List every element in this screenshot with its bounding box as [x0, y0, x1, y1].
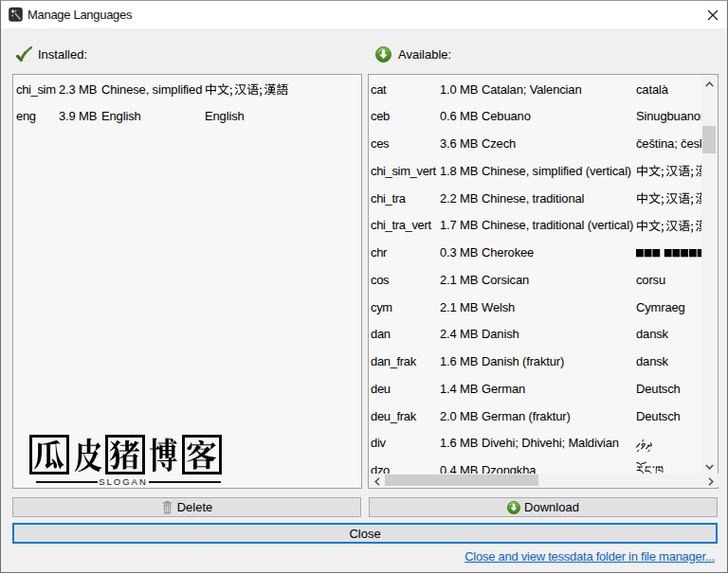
horizontal-scrollbar[interactable] [370, 474, 719, 487]
language-row-chr[interactable]: chr0.3 MBCherokee [369, 240, 702, 267]
lang-name: Corsican [482, 267, 529, 295]
watermark-char [149, 432, 177, 481]
lang-code: eng [16, 103, 36, 131]
scroll-right-icon[interactable] [708, 477, 714, 486]
lang-code: ceb [371, 103, 390, 131]
watermark-char [33, 435, 64, 477]
lang-native: Deutsch [636, 403, 681, 431]
app-icon [9, 7, 23, 22]
installed-list-panel: chi_sim2.3 MBChinese, simplifiedeng3.9 M… [12, 74, 362, 489]
lang-code: chi_tra_vert [371, 212, 431, 240]
language-row-ceb[interactable]: ceb0.6 MBCebuanoSinugbuanong Binisaya [369, 103, 702, 131]
language-row-div[interactable]: div1.6 MBDivehi; Dhivehi; Maldivian [369, 430, 702, 457]
watermark-char [74, 432, 102, 481]
scroll-up-icon[interactable] [705, 81, 714, 87]
vertical-scrollbar-thumb[interactable] [702, 126, 716, 153]
delete-button[interactable]: Delete [12, 497, 361, 517]
language-row-eng[interactable]: eng3.9 MBEnglishEnglish [13, 103, 361, 131]
close-button[interactable]: Close [12, 523, 718, 544]
lang-native [636, 218, 702, 235]
language-row-deu_frak[interactable]: deu_frak2.0 MBGerman (fraktur)Deutsch [369, 403, 702, 431]
scroll-left-icon[interactable] [374, 477, 380, 486]
watermark-slogan-line: SLOGAN [36, 477, 222, 488]
lang-name: Welsh [482, 295, 515, 322]
lang-name: Catalan; Valencian [482, 77, 581, 104]
lang-name: Chinese, simplified [101, 77, 202, 104]
lang-name: Cebuano [482, 103, 531, 131]
lang-size: 3.6 MB [440, 131, 478, 158]
title-bar: Manage Languages [1, 1, 727, 28]
lang-code: chi_tra [371, 186, 406, 213]
lang-size: 1.6 MB [440, 349, 478, 376]
lang-native: dansk [636, 321, 668, 349]
lang-name: Chinese, traditional (vertical) [482, 212, 633, 240]
watermark-logo: SLOGAN [29, 433, 225, 490]
trash-icon [161, 501, 173, 514]
available-section-label: Available: [398, 47, 451, 63]
lang-name: Divehi; Dhivehi; Maldivian [482, 430, 619, 457]
window-close-button[interactable] [684, 1, 727, 28]
download-icon [507, 501, 520, 514]
lang-native: čeština; český jazyk [636, 131, 702, 158]
lang-size: 1.4 MB [440, 376, 478, 403]
watermark-char [186, 435, 217, 477]
language-row-cos[interactable]: cos2.1 MBCorsicancorsu [369, 267, 702, 295]
lang-code: cym [371, 295, 392, 322]
installed-section-label: Installed: [38, 47, 87, 63]
lang-code: dan [371, 321, 391, 349]
lang-code: dzo [371, 457, 390, 475]
language-row-cat[interactable]: cat1.0 MBCatalan; Valenciancatalà [369, 77, 702, 104]
lang-name: German (fraktur) [482, 403, 571, 431]
lang-native [636, 244, 702, 261]
watermark-line-right [149, 481, 221, 483]
window-title: Manage Languages [27, 1, 132, 28]
tessdata-folder-link[interactable]: Close and view tessdata folder in file m… [464, 549, 715, 564]
lang-native [636, 163, 702, 180]
watermark-char-box [182, 435, 222, 475]
lang-name: Chinese, simplified (vertical) [482, 158, 631, 186]
lang-native: corsu [636, 267, 665, 295]
available-download-icon [375, 46, 391, 63]
lang-size: 2.2 MB [440, 186, 478, 213]
language-row-chi_sim_vert[interactable]: chi_sim_vert1.8 MBChinese, simplified (v… [369, 158, 702, 186]
lang-code: chi_sim [16, 77, 56, 104]
language-row-dan_frak[interactable]: dan_frak1.6 MBDanish (fraktur)dansk [369, 349, 702, 376]
vertical-scrollbar[interactable] [701, 76, 717, 475]
watermark-line-left [36, 481, 98, 483]
lang-name: Chinese, traditional [482, 186, 584, 213]
lang-native: català [636, 77, 668, 104]
lang-name: Danish [482, 321, 519, 349]
lang-name: German [482, 376, 525, 403]
delete-button-label: Delete [177, 500, 213, 514]
scroll-down-icon[interactable] [705, 464, 714, 470]
horizontal-scrollbar-thumb[interactable] [385, 475, 538, 486]
language-row-cym[interactable]: cym2.1 MBWelshCymraeg [369, 295, 702, 322]
download-button-label: Download [524, 500, 579, 514]
lang-native: dansk [636, 349, 668, 376]
lang-size: 1.0 MB [440, 77, 478, 104]
language-row-chi_tra_vert[interactable]: chi_tra_vert1.7 MBChinese, traditional (… [369, 212, 702, 240]
lang-native: English [205, 103, 245, 131]
lang-native: Sinugbuanong Binisaya [636, 103, 702, 131]
lang-code: dan_frak [371, 349, 416, 376]
lang-size: 2.0 MB [440, 403, 478, 431]
watermark-char-box [29, 435, 69, 475]
language-row-dzo[interactable]: dzo0.4 MBDzongkha [369, 457, 702, 475]
lang-name: Dzongkha [482, 457, 536, 475]
download-button[interactable]: Download [369, 497, 718, 517]
lang-code: cos [371, 267, 389, 295]
lang-native [636, 436, 653, 453]
lang-code: cat [371, 77, 386, 104]
lang-code: chr [371, 240, 387, 267]
lang-size: 1.8 MB [440, 158, 478, 186]
lang-size: 2.1 MB [440, 267, 478, 295]
language-row-chi_tra[interactable]: chi_tra2.2 MBChinese, traditional [369, 186, 702, 213]
lang-size: 0.6 MB [440, 103, 478, 131]
language-row-deu[interactable]: deu1.4 MBGermanDeutsch [369, 376, 702, 403]
available-list-panel: cat1.0 MBCatalan; Valenciancatalàceb0.6 … [368, 74, 719, 489]
language-row-dan[interactable]: dan2.4 MBDanishdansk [369, 321, 702, 349]
language-row-chi_sim[interactable]: chi_sim2.3 MBChinese, simplified [13, 77, 361, 104]
watermark-slogan-text: SLOGAN [99, 477, 148, 487]
lang-size: 3.9 MB [59, 103, 97, 131]
language-row-ces[interactable]: ces3.6 MBCzechčeština; český jazyk [369, 131, 702, 158]
